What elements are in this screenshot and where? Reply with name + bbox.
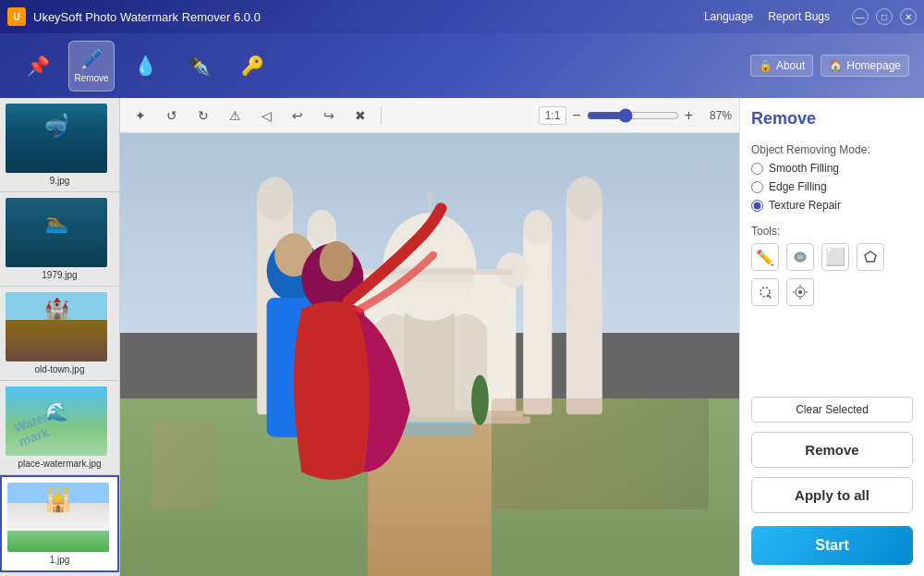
spacer <box>751 315 913 387</box>
brush-tool-button[interactable]: ✏️ <box>751 243 779 271</box>
tools-section: Tools: ✏️ ⬜ <box>751 225 913 306</box>
thumbnail-item-oldtown[interactable]: old-town.jpg <box>0 287 119 381</box>
polygon-icon <box>863 250 878 264</box>
rotate-right-button[interactable]: ↻ <box>190 103 216 129</box>
edge-filling-radio[interactable] <box>751 181 763 193</box>
background-crowd <box>492 398 709 509</box>
maximize-button[interactable]: □ <box>876 8 893 25</box>
thumbnail-image-oldtown <box>6 292 107 362</box>
main-content: 9.jpg 1979.jpg old-town.jpg Watermark pl… <box>0 98 924 576</box>
svg-rect-28 <box>797 255 803 259</box>
tools-row: ✏️ ⬜ <box>751 243 913 306</box>
smooth-filling-label: Smooth Filling <box>769 162 839 175</box>
object-removing-section: Object Removing Mode: Smooth Filling Edg… <box>751 143 913 212</box>
svg-line-31 <box>768 295 771 298</box>
language-link[interactable]: Language <box>704 10 753 23</box>
texture-repair-radio[interactable] <box>751 200 763 212</box>
rotate-left-button[interactable]: ↺ <box>159 103 185 129</box>
zoom-fit-label[interactable]: 1:1 <box>539 106 567 125</box>
zoom-percent: 87% <box>699 109 732 122</box>
thumbnail-label-1979jpg: 1979.jpg <box>6 270 114 280</box>
clear-selected-button[interactable]: Clear Selected <box>751 397 913 423</box>
wand-tool-button[interactable] <box>786 278 814 306</box>
remove-tool-button[interactable]: 🖊️ Remove <box>68 41 115 92</box>
svg-point-21 <box>471 374 489 424</box>
thumbnail-item-1jpg[interactable]: 1.jpg <box>0 475 119 572</box>
edit-area: ✦ ↺ ↻ ⚠ ◁ ↩ ↪ ✖ 1:1 − + 87% <box>120 98 739 576</box>
svg-rect-7 <box>523 227 552 414</box>
thumbnail-list: 9.jpg 1979.jpg old-town.jpg Watermark pl… <box>0 98 119 576</box>
magic-lasso-icon <box>758 285 772 300</box>
toolbar-right: 🔒 About 🏠 Homepage <box>750 55 909 77</box>
key-icon: 🔑 <box>241 55 264 77</box>
edge-filling-label: Edge Filling <box>769 180 827 193</box>
eraser-icon <box>793 250 808 264</box>
polygon-tool-button[interactable] <box>857 243 884 271</box>
svg-point-26 <box>319 241 353 282</box>
svg-rect-3 <box>566 199 602 415</box>
texture-repair-option[interactable]: Texture Repair <box>751 199 913 212</box>
about-button[interactable]: 🔒 About <box>750 55 813 77</box>
thumbnail-item-9jpg[interactable]: 9.jpg <box>0 98 119 192</box>
eraser-tool-button[interactable] <box>786 243 814 271</box>
edit-toolbar: ✦ ↺ ↻ ⚠ ◁ ↩ ↪ ✖ 1:1 − + 87% <box>120 98 739 133</box>
right-panel: Remove Object Removing Mode: Smooth Fill… <box>739 98 924 576</box>
water-tool-button[interactable]: 💧 <box>122 41 168 92</box>
zoom-out-icon[interactable]: − <box>572 107 580 124</box>
undo-button[interactable]: ↩ <box>285 103 310 129</box>
key-tool-button[interactable]: 🔑 <box>229 41 275 92</box>
thumbnail-image-1jpg <box>7 483 109 552</box>
removing-mode-group: Smooth Filling Edge Filling Texture Repa… <box>751 162 913 212</box>
remove-tool-label: Remove <box>74 73 108 83</box>
edge-filling-option[interactable]: Edge Filling <box>751 180 913 193</box>
thumbnail-item-placewm[interactable]: Watermark place-watermark.jpg <box>0 381 119 475</box>
water-icon: 💧 <box>134 55 157 77</box>
homepage-label: Homepage <box>846 59 901 72</box>
panel-title: Remove <box>751 109 913 129</box>
remove-button[interactable]: Remove <box>751 432 913 468</box>
thumbnail-label-1jpg: 1.jpg <box>7 555 112 565</box>
apply-to-all-button[interactable]: Apply to all <box>751 477 913 513</box>
minimize-button[interactable]: — <box>852 8 869 25</box>
report-bugs-link[interactable]: Report Bugs <box>768 10 830 23</box>
about-label: About <box>776 59 805 72</box>
app-title: UkeySoft Photo Watermark Remover 6.0.0 <box>33 10 261 24</box>
close-button[interactable]: ✕ <box>900 8 917 25</box>
smooth-filling-radio[interactable] <box>751 163 763 175</box>
image-canvas <box>120 133 739 576</box>
thumbnail-label-placewm: place-watermark.jpg <box>6 459 114 469</box>
svg-point-33 <box>798 290 802 294</box>
zoom-slider[interactable] <box>587 108 679 123</box>
main-scene <box>120 133 739 576</box>
window-controls: — □ ✕ <box>852 8 917 25</box>
pin-tool-button[interactable]: 📌 <box>15 41 61 92</box>
smooth-filling-option[interactable]: Smooth Filling <box>751 162 913 175</box>
wand-icon <box>793 285 808 300</box>
thumbnail-image-placewm: Watermark <box>6 386 107 456</box>
rectangle-tool-button[interactable]: ⬜ <box>821 243 849 271</box>
title-bar-left: U UkeySoft Photo Watermark Remover 6.0.0 <box>7 7 261 26</box>
pen-tool-button[interactable]: ✒️ <box>176 41 222 92</box>
title-bar: U UkeySoft Photo Watermark Remover 6.0.0… <box>0 0 924 33</box>
start-button[interactable]: Start <box>751 526 913 565</box>
title-bar-right: Language Report Bugs — □ ✕ <box>704 8 917 25</box>
background-crowd-left <box>152 421 213 509</box>
flip-h-button[interactable]: ◁ <box>253 103 279 129</box>
warning-button[interactable]: ⚠ <box>222 103 248 129</box>
watermark-text: Watermark <box>12 409 55 448</box>
homepage-button[interactable]: 🏠 Homepage <box>821 55 909 77</box>
sparkle-tool-button[interactable]: ✦ <box>128 103 153 129</box>
thumbnail-item-1979jpg[interactable]: 1979.jpg <box>0 192 119 287</box>
thumbnail-sidebar: 9.jpg 1979.jpg old-town.jpg Watermark pl… <box>0 98 120 576</box>
magic-lasso-button[interactable] <box>751 278 779 306</box>
removing-mode-label: Object Removing Mode: <box>751 143 913 156</box>
pen-icon: ✒️ <box>188 55 211 77</box>
svg-point-4 <box>566 177 602 220</box>
zoom-in-icon[interactable]: + <box>685 107 693 124</box>
svg-point-8 <box>523 210 552 244</box>
cancel-button[interactable]: ✖ <box>347 103 373 129</box>
svg-marker-29 <box>865 251 876 262</box>
redo-button[interactable]: ↪ <box>316 103 342 129</box>
lock-icon: 🔒 <box>759 59 772 72</box>
separator <box>381 106 382 125</box>
